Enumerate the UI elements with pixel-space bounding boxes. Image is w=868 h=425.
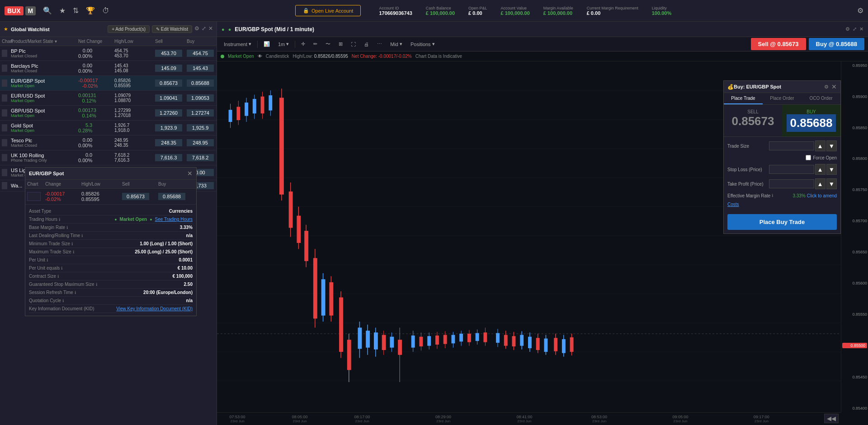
trade-size-up[interactable]: ▲ (815, 140, 826, 151)
wl-sell-cell[interactable]: 0.85673 (153, 76, 185, 90)
svg-rect-27 (279, 98, 284, 194)
take-profit-input[interactable] (769, 179, 814, 188)
settings-icon2[interactable]: ⚙ (845, 26, 850, 32)
instrument-dropdown[interactable]: Instrument ▾ (221, 40, 255, 48)
click-to-amend[interactable]: Click to amend (807, 193, 837, 198)
force-open-checkbox[interactable] (806, 155, 811, 160)
watchlist-row-5[interactable]: Gold Spot Market Open 5.3 0.28% 1,926.7 … (0, 121, 217, 135)
print-btn[interactable]: 🖨 (361, 40, 372, 48)
edit-watchlist-button[interactable]: ✎ Edit Watchlist (152, 25, 192, 33)
arrows-icon[interactable]: ⇅ (73, 6, 79, 15)
positions-btn[interactable]: Positions ▾ (407, 40, 438, 48)
wl-sell-cell[interactable]: 1,923.9 (153, 121, 185, 135)
wl-sell-cell[interactable]: 1.09041 (153, 91, 185, 105)
watchlist-row-3[interactable]: EUR/USD Spot Market Open 0.00131 0.12% 1… (0, 91, 217, 106)
chart-type-btn[interactable]: 📊 (260, 40, 273, 48)
wl-highlow-cell: 7,618.2 7,616.3 (113, 150, 153, 165)
clock-icon[interactable]: ⏱ (102, 7, 109, 15)
wl-sell-cell[interactable]: 453.70 (153, 46, 185, 61)
sell-btn-7[interactable]: 7,616.3 (155, 154, 182, 161)
tab-place-trade[interactable]: Place Trade (724, 93, 763, 104)
settings-icon[interactable]: ⚙ (857, 6, 863, 15)
detail-buy-button[interactable]: 0.85688 (158, 193, 185, 200)
wl-sell-cell[interactable]: 1.27260 (153, 106, 185, 120)
sell-btn-2[interactable]: 0.85673 (155, 79, 182, 87)
detail-sell-button[interactable]: 0.85673 (122, 193, 149, 200)
stop-loss-down[interactable]: ▼ (826, 164, 837, 175)
star-icon[interactable]: ★ (59, 6, 66, 15)
buy-btn-5[interactable]: 1,925.9 (187, 124, 214, 131)
wl-sell-cell[interactable]: 248.35 (153, 135, 185, 150)
watchlist-close-icon[interactable]: ✕ (208, 25, 213, 33)
watchlist-row-2[interactable]: EUR/GBP Spot Market Open -0.00017 -0.02%… (0, 76, 217, 91)
buy-panel-settings-icon[interactable]: ⚙ (824, 84, 829, 90)
close-chart-icon[interactable]: ✕ (859, 26, 863, 32)
sell-btn-4[interactable]: 1.27260 (155, 109, 182, 117)
see-trading-hours-link[interactable]: See Trading Hours (155, 217, 193, 222)
wl-buy-cell[interactable]: 0.85688 (185, 76, 217, 90)
mid-btn[interactable]: Mid ▾ (387, 40, 406, 48)
trade-size-down[interactable]: ▼ (826, 140, 837, 151)
buy-btn-6[interactable]: 248.95 (187, 139, 214, 146)
buy-btn-1[interactable]: 145.43 (187, 65, 214, 72)
sell-btn-1[interactable]: 145.09 (155, 65, 182, 72)
sell-button[interactable]: Sell @ 0.85673 (751, 38, 806, 50)
svg-rect-93 (562, 339, 566, 353)
wl-buy-cell[interactable]: 1,925.9 (185, 121, 217, 135)
take-profit-down[interactable]: ▼ (826, 178, 837, 189)
trophy-icon[interactable]: 🏆 (86, 6, 95, 15)
buy-btn-4[interactable]: 1.27274 (187, 109, 214, 117)
draw-btn[interactable]: ✏ (310, 40, 321, 48)
detail-popup-close-icon[interactable]: ✕ (187, 170, 193, 177)
more-btn[interactable]: ⋯ (374, 40, 385, 48)
sell-btn-0[interactable]: 453.70 (155, 50, 182, 57)
watchlist-row-0[interactable]: BP Plc Market Closed 0.00 0.00% 454.75 4… (0, 46, 217, 61)
fullscreen-btn[interactable]: ⛶ (348, 40, 359, 48)
buy-button[interactable]: Buy @ 0.85688 (809, 38, 864, 50)
wl-buy-cell[interactable]: 1.27274 (185, 106, 217, 120)
trade-size-input[interactable] (769, 141, 814, 150)
price-label-0.85900: 0.85900 (842, 94, 867, 99)
buy-btn-0[interactable]: 454.75 (187, 50, 214, 57)
watchlist-row-7[interactable]: UK 100 Rolling Phone Trading Only 0.0 0.… (0, 150, 217, 165)
wl-sell-cell[interactable]: 145.09 (153, 61, 185, 75)
add-product-button[interactable]: + Add Product(s) (108, 25, 150, 33)
wl-sell-cell[interactable]: 7,616.3 (153, 150, 185, 165)
sell-btn-3[interactable]: 1.09041 (155, 94, 182, 102)
wl-buy-cell[interactable]: 145.43 (185, 61, 217, 75)
compare-btn[interactable]: ⊞ (335, 40, 346, 48)
watchlist-column-headers: Chart Product/Market State ▾ Net Change … (0, 37, 217, 46)
watchlist-row-6[interactable]: Tesco Plc Market Closed 0.00 0.00% 248.9… (0, 135, 217, 150)
watchlist-settings-icon[interactable]: ⚙ (194, 25, 199, 33)
wl-buy-cell[interactable]: 7,618.2 (185, 150, 217, 165)
indicator-btn[interactable]: 〜 (322, 39, 334, 49)
mini-chart-5 (2, 124, 7, 131)
tab-oco-order[interactable]: OCO Order (802, 93, 840, 104)
sell-btn-5[interactable]: 1,923.9 (155, 124, 182, 131)
costs-link[interactable]: Costs (727, 202, 739, 207)
watchlist-row-1[interactable]: Barclays Plc Market Closed 0.00 0.00% 14… (0, 61, 217, 76)
stop-loss-input[interactable] (769, 165, 814, 174)
take-profit-up[interactable]: ▲ (815, 178, 826, 189)
kid-link[interactable]: View Key Information Document (KID) (116, 306, 193, 311)
place-buy-trade-button[interactable]: Place Buy Trade (727, 214, 837, 230)
buy-panel-close-icon[interactable]: ✕ (831, 83, 837, 90)
buy-btn-7[interactable]: 7,618.2 (187, 154, 214, 161)
expand-icon[interactable]: ⤢ (853, 26, 857, 32)
buy-btn-2[interactable]: 0.85688 (187, 79, 214, 87)
wl-buy-cell[interactable]: 454.75 (185, 46, 217, 61)
crosshair-btn[interactable]: ✛ (298, 40, 308, 48)
search-icon[interactable]: 🔍 (43, 6, 52, 15)
svg-rect-79 (504, 335, 508, 346)
wl-buy-cell[interactable]: 248.95 (185, 135, 217, 150)
watchlist-expand-icon[interactable]: ⤢ (202, 25, 206, 33)
buy-btn-3[interactable]: 1.09053 (187, 94, 214, 102)
wl-buy-cell[interactable]: 1.09053 (185, 91, 217, 105)
sell-btn-6[interactable]: 248.35 (155, 139, 182, 146)
tab-place-order[interactable]: Place Order (763, 93, 802, 104)
watchlist-row-4[interactable]: GBP/USD Spot Market Open 0.00173 0.14% 1… (0, 106, 217, 121)
timeframe-btn[interactable]: 1m ▾ (275, 40, 292, 48)
stop-loss-up[interactable]: ▲ (815, 164, 826, 175)
open-account-button[interactable]: 🔒 Open Live Account (295, 5, 361, 16)
chart-back-btn[interactable]: ◀◀ (824, 414, 839, 423)
